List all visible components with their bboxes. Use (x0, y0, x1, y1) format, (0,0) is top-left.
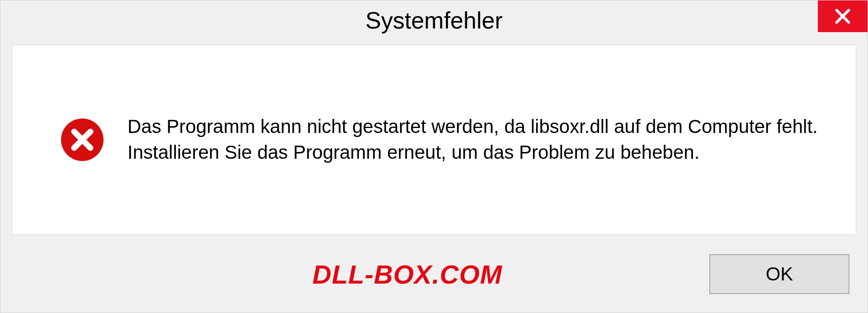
content-wrapper: Das Programm kann nicht gestartet werden… (0, 40, 868, 236)
error-message: Das Programm kann nicht gestartet werden… (127, 114, 833, 165)
error-icon (60, 117, 105, 162)
close-button[interactable] (818, 0, 868, 32)
ok-button[interactable]: OK (709, 254, 849, 294)
watermark-text: DLL-BOX.COM (312, 259, 502, 289)
titlebar: Systemfehler (0, 0, 868, 40)
close-icon (834, 7, 852, 25)
dialog-title: Systemfehler (365, 7, 502, 34)
dialog-footer: DLL-BOX.COM OK (0, 236, 868, 313)
error-dialog: Systemfehler Das Programm kann nicht ges… (0, 0, 868, 313)
content-panel: Das Programm kann nicht gestartet werden… (12, 45, 856, 235)
